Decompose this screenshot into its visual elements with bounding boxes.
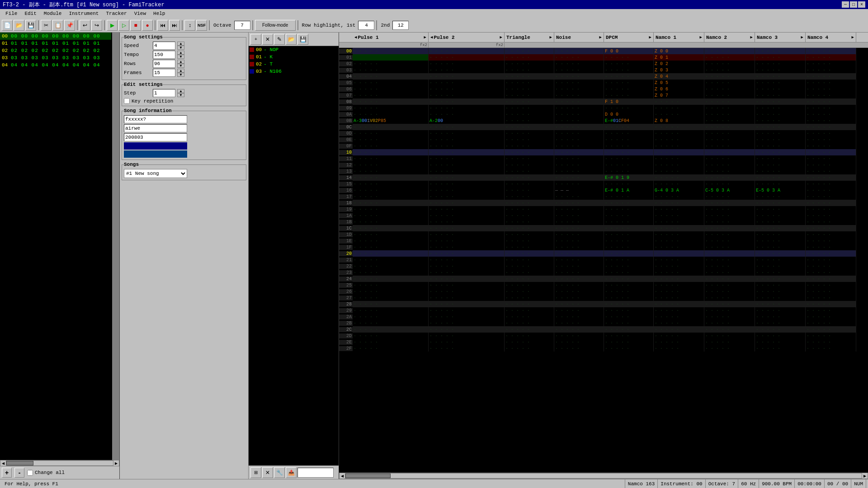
cell-16-pulse2[interactable]: · · · · · — [429, 187, 505, 193]
cell-06-namco2[interactable]: · · · · · — [704, 86, 755, 92]
close-button[interactable]: × — [858, 1, 865, 8]
cell-05-pulse2[interactable]: · · · · · — [429, 80, 505, 86]
cell-05-namco4[interactable]: · · · · · — [806, 80, 856, 86]
cell-16-namco2[interactable]: C-5 0 3 A — [704, 187, 755, 193]
menu-help[interactable]: Help — [150, 10, 169, 17]
tracker-h-scroll[interactable]: ◀ ▶ — [339, 473, 868, 479]
cell-20-dpcm[interactable]: · · · · · — [604, 250, 654, 257]
cell-0C-pulse2[interactable]: · · · · · — [429, 124, 505, 130]
cell-06-noise[interactable]: · · · · · — [554, 86, 604, 92]
cell-0D-dpcm[interactable]: · · · · · — [604, 130, 654, 136]
cell-0D-namco1[interactable]: · · · · · — [654, 130, 704, 136]
cell-07-namco1[interactable]: Z 0 7 — [654, 92, 704, 99]
cell-1A-namco3[interactable]: · · · · · — [755, 212, 806, 219]
cell-22-namco4[interactable]: · · · · · — [806, 263, 856, 269]
cell-02-namco3[interactable]: · · · · · — [755, 61, 806, 67]
instrument-row-02[interactable]: 02 - T — [249, 61, 339, 68]
cell-14-noise[interactable]: · · · · · — [554, 174, 604, 181]
cell-06-triangle[interactable]: · · · · · — [505, 86, 554, 92]
cell-1B-noise[interactable]: · · · · · — [554, 219, 604, 225]
cell-1F-pulse2[interactable]: · · · · · — [429, 244, 505, 250]
change-all-checkbox[interactable] — [27, 470, 33, 476]
ch-arrow-left-pulse2[interactable]: ◀ — [430, 35, 433, 40]
cell-2C-namco3[interactable]: · · · · · — [755, 326, 806, 333]
cell-1F-namco4[interactable]: · · · · · — [806, 244, 856, 250]
cell-28-dpcm[interactable]: · · · · · — [604, 301, 654, 307]
cell-18-namco1[interactable]: · · · · · — [654, 200, 704, 206]
cell-0F-triangle[interactable]: · · · · · — [505, 143, 554, 149]
cell-2D-noise[interactable]: · · · · · — [554, 333, 604, 339]
rows-up[interactable]: ▲ — [177, 60, 184, 64]
cell-03-namco3[interactable]: · · · · · — [755, 67, 806, 73]
pattern-row-04[interactable]: 04 04 04 04 04 04 04 04 04 04 — [0, 61, 111, 69]
cell-1E-pulse1[interactable]: · · · · · — [353, 238, 429, 244]
cell-1B-triangle[interactable]: · · · · · — [505, 219, 554, 225]
menu-file[interactable]: File — [2, 10, 21, 17]
cell-1A-dpcm[interactable]: · · · · · — [604, 212, 654, 219]
cell-06-namco4[interactable]: · · · · · — [806, 86, 856, 92]
cell-0C-triangle[interactable]: · · · · · — [505, 124, 554, 130]
cell-2C-namco4[interactable]: · · · · · — [806, 326, 856, 333]
load-instrument-button[interactable]: 📂 — [286, 34, 297, 45]
tempo-up[interactable]: ▲ — [177, 51, 184, 55]
cell-0C-namco2[interactable]: · · · · · — [704, 124, 755, 130]
follow-mode-button[interactable]: Follow-mode — [255, 20, 296, 31]
cell-2F-pulse2[interactable]: · · · · · — [429, 345, 505, 352]
cell-0F-namco2[interactable]: · · · · · — [704, 143, 755, 149]
stop-button[interactable]: ■ — [130, 20, 141, 31]
cell-16-noise[interactable]: — — — — [554, 187, 604, 193]
cell-0E-namco1[interactable]: · · · · · — [654, 136, 704, 143]
cell-11-noise[interactable]: · · · · · — [554, 155, 604, 162]
cell-2C-pulse1[interactable]: · · · · · — [353, 326, 429, 333]
cell-2D-pulse1[interactable]: · · · · · — [353, 333, 429, 339]
cell-0B-pulse2[interactable]: A-2 00 — [429, 117, 505, 124]
cell-19-namco2[interactable]: · · · · · — [704, 206, 755, 212]
cell-0D-noise[interactable]: · · · · · — [554, 130, 604, 136]
cell-1D-namco4[interactable]: · · · · · — [806, 231, 856, 238]
cell-1F-namco2[interactable]: · · · · · — [704, 244, 755, 250]
cell-14-namco3[interactable]: · · · · · — [755, 174, 806, 181]
cell-26-namco1[interactable]: · · · · · — [654, 288, 704, 295]
tracker-scroll-track[interactable] — [345, 474, 862, 478]
octave-input[interactable] — [234, 21, 250, 30]
cell-10-noise[interactable]: · · · · · — [554, 149, 604, 155]
cell-23-pulse1[interactable]: · · · · · — [353, 269, 429, 276]
menu-view[interactable]: View — [131, 10, 150, 17]
cell-1D-namco2[interactable]: · · · · · — [704, 231, 755, 238]
ch-arrow-namco3[interactable]: ▶ — [801, 35, 803, 40]
cell-09-namco4[interactable]: · · · · · — [806, 105, 856, 111]
cell-07-dpcm[interactable]: · · · · · — [604, 92, 654, 99]
cell-2F-namco2[interactable]: · · · · · — [704, 345, 755, 352]
cell-23-triangle[interactable]: · · · · · — [505, 269, 554, 276]
tracker-scroll-left[interactable]: ◀ — [339, 473, 345, 479]
inst-action-1[interactable]: ⊞ — [250, 467, 261, 478]
cell-2A-namco4[interactable]: · · · · · — [806, 314, 856, 320]
frames-input[interactable] — [153, 69, 175, 77]
cell-26-namco2[interactable]: · · · · · — [704, 288, 755, 295]
cell-07-namco2[interactable]: · · · · · — [704, 92, 755, 99]
cell-29-namco4[interactable]: · · · · · — [806, 307, 856, 314]
rows-down[interactable]: ▼ — [177, 64, 184, 68]
cell-24-pulse2[interactable]: · · · · · — [429, 276, 505, 282]
cell-27-namco4[interactable]: · · · · · — [806, 295, 856, 301]
cell-26-triangle[interactable]: · · · · · — [505, 288, 554, 295]
cell-2C-pulse2[interactable]: · · · · · — [429, 326, 505, 333]
ch-arrow-namco4[interactable]: ▶ — [852, 35, 854, 40]
cell-12-namco3[interactable]: · · · · · — [755, 162, 806, 168]
row-highlight-1st-input[interactable] — [358, 21, 374, 30]
cell-08-namco4[interactable]: · · · · · — [806, 99, 856, 105]
cell-05-namco3[interactable]: · · · · · — [755, 80, 806, 86]
cell-11-dpcm[interactable]: · · · · · — [604, 155, 654, 162]
cell-0C-dpcm[interactable]: · · · · · — [604, 124, 654, 130]
cell-19-pulse2[interactable]: · · · · · — [429, 206, 505, 212]
cell-03-namco2[interactable]: · · · · · — [704, 67, 755, 73]
cell-03-noise[interactable]: · · · · · — [554, 67, 604, 73]
cell-06-namco3[interactable]: · · · · · — [755, 86, 806, 92]
cell-25-namco2[interactable]: · · · · · — [704, 282, 755, 288]
cell-13-pulse1[interactable]: · · · · · — [353, 168, 429, 174]
menu-module[interactable]: Module — [40, 10, 66, 17]
cell-11-pulse1[interactable]: · · · · · — [353, 155, 429, 162]
paste-button[interactable]: 📌 — [64, 20, 75, 31]
cell-01-triangle[interactable]: · · · · · — [505, 54, 554, 61]
loop-button[interactable]: ↕ — [184, 20, 195, 31]
